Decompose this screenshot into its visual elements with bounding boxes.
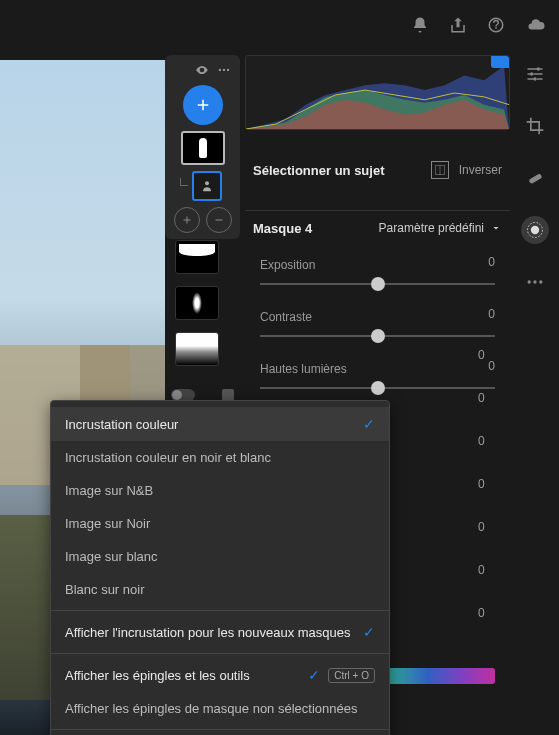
slider-exposure: Exposition 0: [260, 255, 495, 285]
slider-label: Exposition: [260, 258, 315, 272]
menu-label: Image sur Noir: [65, 516, 150, 531]
slider-track[interactable]: [260, 283, 495, 285]
add-mask-button[interactable]: [183, 85, 223, 125]
separator: [51, 729, 389, 730]
svg-point-6: [533, 77, 536, 80]
mask-thumb-2[interactable]: [175, 240, 219, 274]
subject-bar: Sélectionner un sujet Inverser: [245, 150, 510, 190]
svg-point-2: [227, 69, 229, 71]
mask-panel: [165, 55, 240, 239]
slider-value: 0: [488, 359, 495, 373]
svg-point-1: [223, 69, 225, 71]
share-icon[interactable]: [449, 16, 467, 34]
mask-name[interactable]: Masque 4: [253, 221, 312, 236]
mask-subject-thumb[interactable]: [192, 171, 222, 201]
slider-value: 0: [478, 391, 485, 405]
mask-thumb-4[interactable]: [175, 332, 219, 366]
cloud-icon[interactable]: [525, 16, 547, 34]
menu-label: Image sur blanc: [65, 549, 158, 564]
svg-point-12: [539, 280, 542, 283]
eye-icon[interactable]: [195, 63, 209, 77]
hidden-slider-values: 0 0 0 0 0 0 0: [478, 348, 485, 620]
preset-label: Paramètre prédéfini: [379, 221, 484, 235]
invert-label[interactable]: Inverser: [459, 163, 502, 177]
help-icon[interactable]: [487, 16, 505, 34]
right-toolbar: [515, 60, 555, 296]
ctx-item-image-bw[interactable]: Image sur N&B: [51, 474, 389, 507]
slider-value: 0: [478, 563, 485, 577]
ctx-item-image-black[interactable]: Image sur Noir: [51, 507, 389, 540]
menu-label: Afficher les épingles de masque non séle…: [65, 701, 357, 716]
kbd-shortcut: Ctrl + O: [328, 668, 375, 683]
add-to-mask-button[interactable]: [174, 207, 200, 233]
slider-label: Hautes lumières: [260, 362, 347, 376]
ctx-item-show-pins[interactable]: Afficher les épingles et les outils ✓ Ct…: [51, 658, 389, 692]
svg-point-3: [205, 181, 209, 185]
slider-handle[interactable]: [371, 277, 385, 291]
menu-label: Image sur N&B: [65, 483, 153, 498]
separator: [51, 653, 389, 654]
crop-icon[interactable]: [521, 112, 549, 140]
context-menu: Incrustation couleur ✓ Incrustation coul…: [50, 400, 390, 735]
svg-point-5: [530, 72, 533, 75]
mask-thumb-3[interactable]: [175, 286, 219, 320]
slider-handle[interactable]: [371, 381, 385, 395]
heal-icon[interactable]: [521, 164, 549, 192]
slider-value: 0: [478, 520, 485, 534]
menu-label: Afficher les épingles et les outils: [65, 668, 250, 683]
top-toolbar: [0, 0, 559, 50]
slider-handle[interactable]: [371, 329, 385, 343]
svg-point-4: [537, 67, 540, 70]
slider-value: 0: [478, 606, 485, 620]
ctx-item-show-unselected-pins[interactable]: Afficher les épingles de masque non séle…: [51, 692, 389, 725]
sliders-group: Exposition 0 Contraste 0 Hautes lumières…: [260, 255, 495, 389]
menu-dots-icon[interactable]: [217, 63, 231, 77]
slider-contrast: Contraste 0: [260, 307, 495, 337]
menu-label: Incrustation couleur en noir et blanc: [65, 450, 271, 465]
menu-label: Afficher l'incrustation pour les nouveau…: [65, 625, 351, 640]
check-icon: ✓: [308, 667, 320, 683]
ctx-item-image-white[interactable]: Image sur blanc: [51, 540, 389, 573]
chevron-down-icon: [490, 222, 502, 234]
slider-value: 0: [488, 255, 495, 269]
ctx-item-show-overlay-new[interactable]: Afficher l'incrustation pour les nouveau…: [51, 615, 389, 649]
slider-track[interactable]: [260, 335, 495, 337]
ctx-item-color-overlay[interactable]: Incrustation couleur ✓: [51, 407, 389, 441]
menu-label: Incrustation couleur: [65, 417, 178, 432]
menu-label: Blanc sur noir: [65, 582, 144, 597]
mask-icon[interactable]: [521, 216, 549, 244]
mask-thumb-1[interactable]: [181, 131, 225, 165]
slider-value: 0: [478, 348, 485, 362]
slider-value: 0: [478, 434, 485, 448]
svg-rect-7: [528, 173, 542, 184]
slider-value: 0: [478, 477, 485, 491]
ctx-item-white-black[interactable]: Blanc sur noir: [51, 573, 389, 606]
edit-sliders-icon[interactable]: [521, 60, 549, 88]
mask-thumb-list: [175, 240, 219, 366]
svg-point-0: [219, 69, 221, 71]
check-icon: ✓: [363, 624, 375, 640]
check-icon: ✓: [363, 416, 375, 432]
svg-point-9: [531, 226, 539, 234]
slider-label: Contraste: [260, 310, 312, 324]
preset-dropdown[interactable]: Paramètre prédéfini: [379, 221, 502, 235]
separator: [51, 610, 389, 611]
histogram-handle[interactable]: [491, 56, 509, 68]
svg-point-10: [528, 280, 531, 283]
more-icon[interactable]: [521, 268, 549, 296]
slider-value: 0: [488, 307, 495, 321]
mask-header: Masque 4 Paramètre prédéfini: [245, 210, 510, 245]
svg-point-11: [533, 280, 536, 283]
bell-icon[interactable]: [411, 16, 429, 34]
slider-highlights: Hautes lumières 0: [260, 359, 495, 389]
histogram[interactable]: [245, 55, 510, 130]
invert-icon[interactable]: [431, 161, 449, 179]
slider-track[interactable]: [260, 387, 495, 389]
subtract-from-mask-button[interactable]: [206, 207, 232, 233]
ctx-item-bw-overlay[interactable]: Incrustation couleur en noir et blanc: [51, 441, 389, 474]
select-subject-label: Sélectionner un sujet: [253, 163, 384, 178]
